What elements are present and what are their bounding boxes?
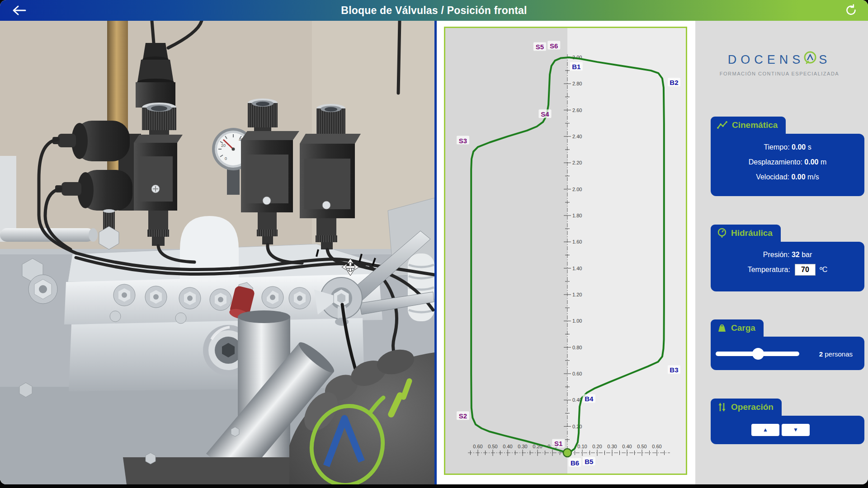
tab-cinematica: Cinemática <box>711 117 786 134</box>
svg-text:B6: B6 <box>571 459 579 467</box>
svg-text:0.30: 0.30 <box>518 444 527 449</box>
svg-text:0.40: 0.40 <box>622 444 632 449</box>
svg-text:20: 20 <box>221 143 226 148</box>
svg-text:B1: B1 <box>572 63 580 70</box>
tiempo-value: 0.00 <box>792 143 806 151</box>
tiempo-row: Tiempo: 0.00 s <box>711 143 864 151</box>
back-button[interactable] <box>11 5 27 17</box>
svg-text:B2: B2 <box>670 79 678 86</box>
svg-text:S4: S4 <box>541 110 549 118</box>
load-value: 2 personas <box>819 350 853 358</box>
weight-icon <box>717 323 727 333</box>
svg-text:2.60: 2.60 <box>572 108 582 113</box>
chart-panel: 0.200.400.600.801.001.201.401.601.802.00… <box>437 21 695 484</box>
svg-text:2.40: 2.40 <box>572 134 582 139</box>
svg-text:0.40: 0.40 <box>503 444 512 449</box>
velocidad-value: 0.00 <box>791 173 805 181</box>
logo-text-prefix: DOCENS <box>728 53 805 67</box>
svg-text:0.80: 0.80 <box>572 345 582 350</box>
svg-text:0.60: 0.60 <box>652 444 661 449</box>
reset-icon <box>845 4 857 16</box>
up-down-arrows-icon <box>717 402 727 412</box>
load-slider-thumb[interactable] <box>752 348 764 360</box>
svg-text:1.40: 1.40 <box>572 266 582 271</box>
svg-text:1.20: 1.20 <box>572 292 582 297</box>
logo-text-suffix: S <box>819 53 831 67</box>
tab-carga: Carga <box>711 319 764 337</box>
tab-hidraulica: Hidráulica <box>711 225 781 242</box>
svg-text:0.50: 0.50 <box>488 444 497 449</box>
svg-text:0.20: 0.20 <box>572 424 582 429</box>
move-up-button[interactable]: ▲ <box>751 424 779 436</box>
svg-text:0.10: 0.10 <box>577 444 587 449</box>
gauge-icon <box>717 228 727 239</box>
valve-block-3d-viewport[interactable]: 40 20 0 <box>0 21 434 484</box>
presion-value: 32 <box>792 251 800 259</box>
temperatura-row: Temperatura: ºC <box>711 264 864 276</box>
svg-text:0: 0 <box>225 156 227 161</box>
page-title: Bloque de Válvulas / Posición frontal <box>0 0 868 21</box>
svg-text:1.80: 1.80 <box>572 213 582 218</box>
svg-text:S3: S3 <box>459 137 467 145</box>
hidraulica-body: Presión: 32 bar Temperatura: ºC <box>711 242 864 291</box>
svg-text:1.00: 1.00 <box>572 318 582 324</box>
arrow-left-icon <box>11 5 27 16</box>
desplazamiento-value: 0.00 <box>804 158 818 166</box>
svg-text:B4: B4 <box>585 395 594 403</box>
reset-view-button[interactable] <box>845 4 857 18</box>
svg-text:2.80: 2.80 <box>572 81 582 86</box>
operacion-body: ▲ ▼ <box>711 416 864 444</box>
svg-text:S5: S5 <box>536 43 544 51</box>
app-window: Bloque de Válvulas / Posición frontal <box>0 0 868 484</box>
svg-text:0.20: 0.20 <box>592 444 602 449</box>
panel-carga: Carga 2 personas <box>711 319 864 370</box>
carga-body: 2 personas <box>711 337 864 370</box>
svg-text:0.60: 0.60 <box>473 444 482 449</box>
desplazamiento-row: Desplazamiento: 0.00 m <box>711 158 864 166</box>
svg-text:0.50: 0.50 <box>637 444 646 449</box>
svg-text:2.20: 2.20 <box>572 160 582 165</box>
tab-operacion: Operación <box>711 399 782 416</box>
svg-text:S1: S1 <box>554 440 562 447</box>
panel-hidraulica: Hidráulica Presión: 32 bar Temperatura: … <box>711 225 864 291</box>
panel-operacion: Operación ▲ ▼ <box>711 399 864 444</box>
svg-text:1.60: 1.60 <box>572 239 582 244</box>
move-down-button[interactable]: ▼ <box>782 424 810 436</box>
temperature-input[interactable] <box>795 264 816 276</box>
logo-circle-chevron-icon <box>802 51 818 66</box>
cinematica-body: Tiempo: 0.00 s Desplazamiento: 0.00 m Ve… <box>711 134 864 196</box>
kinematics-chart-icon <box>717 121 728 130</box>
svg-text:S2: S2 <box>459 412 467 420</box>
velocidad-row: Velocidad: 0.00 m/s <box>711 173 864 181</box>
presion-row: Presión: 32 bar <box>711 251 864 259</box>
svg-text:S6: S6 <box>550 42 558 50</box>
svg-text:0.60: 0.60 <box>572 371 582 376</box>
svg-text:B5: B5 <box>585 458 593 465</box>
panel-cinematica: Cinemática Tiempo: 0.00 s Desplazamiento… <box>711 117 864 196</box>
load-slider[interactable] <box>716 352 799 356</box>
main-content: 40 20 0 <box>0 21 868 484</box>
sidebar: DOCENS S FORMACIÓN CONTINUA ESPECIALIZAD… <box>695 21 868 484</box>
docensas-logo: DOCENS S FORMACIÓN CONTINUA ESPECIALIZAD… <box>695 51 863 76</box>
svg-text:B3: B3 <box>670 366 678 374</box>
logo-tagline: FORMACIÓN CONTINUA ESPECIALIZADA <box>695 71 863 76</box>
svg-text:2.00: 2.00 <box>572 187 582 192</box>
title-bar: Bloque de Válvulas / Posición frontal <box>0 0 868 21</box>
svg-text:0.30: 0.30 <box>607 444 617 449</box>
displacement-cycle-chart[interactable]: 0.200.400.600.801.001.201.401.601.802.00… <box>444 27 687 475</box>
valve-block-3d-render: 40 20 0 <box>0 21 434 484</box>
